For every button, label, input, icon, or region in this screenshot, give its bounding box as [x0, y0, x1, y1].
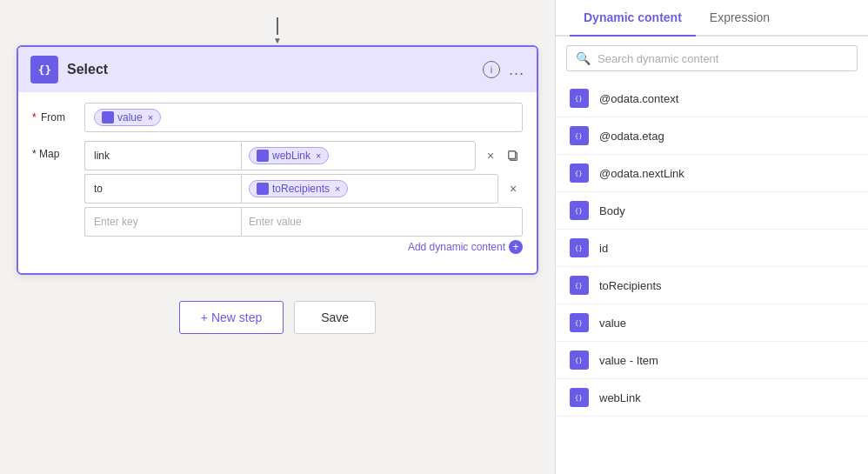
weblink-token-close[interactable]: ×: [316, 150, 321, 161]
svg-text:{}: {}: [575, 394, 583, 402]
svg-rect-2: [509, 151, 516, 159]
svg-text:{}: {}: [575, 244, 583, 252]
map-label-text: Map: [39, 148, 59, 160]
add-dynamic-content-label: Add dynamic content: [408, 241, 505, 253]
torecipients-token-label: toRecipients: [272, 183, 330, 195]
map-row-2: to toRecipients × ×: [84, 174, 523, 204]
svg-text:{}: {}: [575, 357, 583, 364]
map-table: link webLink × ×: [84, 141, 523, 254]
map-value-placeholder: Enter value: [249, 216, 302, 228]
map-row-1: link webLink × ×: [84, 141, 523, 170]
dynamic-item-icon: {}: [570, 201, 589, 220]
value-token-label: value: [117, 111, 143, 124]
torecipients-token-icon: [257, 183, 269, 195]
search-input[interactable]: [598, 52, 848, 65]
svg-text:{}: {}: [38, 63, 51, 77]
row-2-delete-button[interactable]: ×: [504, 179, 523, 198]
dynamic-item-icon: {}: [570, 164, 589, 183]
card-title: Select: [67, 62, 108, 77]
from-label: * From: [32, 111, 76, 124]
value-token-icon: [102, 111, 114, 124]
dynamic-item-icon: {}: [570, 388, 589, 407]
card-header: {} Select i ...: [18, 47, 537, 92]
dynamic-item-icon: {}: [570, 276, 589, 295]
dynamic-item-icon: {}: [570, 238, 589, 257]
weblink-token-icon: [257, 150, 269, 162]
tab-dynamic-content[interactable]: Dynamic content: [570, 0, 696, 37]
from-label-text: From: [41, 111, 65, 124]
map-row-2-actions: ×: [504, 179, 523, 198]
dynamic-item-label: id: [599, 242, 608, 255]
dynamic-item-label: @odata.context: [599, 92, 678, 105]
map-value-empty[interactable]: Enter value: [241, 207, 523, 237]
map-key-2[interactable]: to: [84, 174, 241, 204]
map-row-empty: Enter key Enter value: [84, 207, 523, 237]
dynamic-item-icon: {}: [570, 89, 589, 108]
dynamic-content-list: {}@odata.context{}@odata.etag{}@odata.ne…: [556, 80, 868, 474]
from-field-row: * From value ×: [32, 103, 523, 132]
map-required: *: [32, 148, 37, 160]
info-icon[interactable]: i: [483, 61, 500, 78]
value-token: value ×: [94, 109, 161, 126]
torecipients-token-close[interactable]: ×: [335, 184, 340, 194]
add-dynamic-icon: +: [509, 240, 523, 254]
dynamic-list-item[interactable]: {}toRecipients: [556, 267, 868, 304]
dynamic-list-item[interactable]: {}Body: [556, 192, 868, 230]
dynamic-item-label: webLink: [599, 391, 641, 404]
svg-text:{}: {}: [575, 207, 583, 215]
card-body: * From value × * Map: [18, 92, 537, 273]
weblink-token-label: webLink: [272, 150, 310, 162]
dynamic-list-item[interactable]: {}webLink: [556, 379, 868, 417]
select-card: {} Select i ... * From valu: [17, 45, 538, 275]
canvas-area: {} Select i ... * From valu: [0, 0, 555, 474]
add-dynamic-content-link[interactable]: Add dynamic content +: [84, 240, 523, 254]
search-box[interactable]: 🔍: [566, 45, 858, 71]
dynamic-list-item[interactable]: {}@odata.context: [556, 80, 868, 117]
dynamic-item-label: @odata.etag: [599, 130, 664, 143]
svg-text:{}: {}: [575, 282, 583, 290]
connector-arrow: [277, 17, 278, 35]
from-token-input[interactable]: value ×: [84, 103, 523, 132]
new-step-button[interactable]: + New step: [179, 301, 284, 334]
row-1-delete-button[interactable]: ×: [481, 146, 500, 165]
more-menu-button[interactable]: ...: [509, 61, 524, 79]
map-key-1[interactable]: link: [84, 141, 241, 170]
card-icon: {}: [30, 56, 58, 83]
dynamic-item-icon: {}: [570, 313, 589, 332]
action-buttons: + New step Save: [179, 301, 376, 334]
map-row-1-actions: ×: [481, 146, 523, 165]
dynamic-list-item[interactable]: {}@odata.nextLink: [556, 155, 868, 192]
dynamic-item-label: Body: [599, 204, 625, 217]
row-1-copy-button[interactable]: [504, 146, 523, 165]
dynamic-list-item[interactable]: {}value: [556, 304, 868, 342]
card-header-right: i ...: [483, 61, 524, 79]
dynamic-list-item[interactable]: {}@odata.etag: [556, 117, 868, 155]
dynamic-item-label: value - Item: [599, 354, 658, 367]
value-token-close[interactable]: ×: [148, 112, 153, 123]
dynamic-item-label: toRecipients: [599, 279, 662, 292]
map-key-placeholder: Enter key: [94, 216, 138, 228]
map-key-2-text: to: [94, 183, 103, 195]
map-value-1[interactable]: webLink ×: [241, 141, 476, 170]
card-header-left: {} Select: [30, 56, 108, 83]
dynamic-item-label: value: [599, 317, 626, 330]
weblink-token: webLink ×: [249, 147, 329, 164]
svg-text:{}: {}: [575, 170, 583, 177]
svg-text:{}: {}: [575, 132, 583, 140]
dynamic-item-label: @odata.nextLink: [599, 167, 684, 180]
save-button[interactable]: Save: [294, 301, 376, 334]
panel-tabs: Dynamic content Expression: [556, 0, 868, 37]
dynamic-list-item[interactable]: {}value - Item: [556, 342, 868, 379]
map-section: * Map link webLink ×: [32, 141, 523, 254]
svg-text:{}: {}: [575, 319, 583, 327]
dynamic-item-icon: {}: [570, 350, 589, 370]
from-required: *: [32, 111, 37, 124]
map-key-empty[interactable]: Enter key: [84, 207, 241, 237]
map-value-2[interactable]: toRecipients ×: [241, 174, 498, 204]
dynamic-item-icon: {}: [570, 126, 589, 145]
svg-text:{}: {}: [575, 95, 583, 103]
map-key-1-text: link: [94, 150, 110, 162]
dynamic-list-item[interactable]: {}id: [556, 230, 868, 267]
torecipients-token: toRecipients ×: [249, 180, 348, 197]
tab-expression[interactable]: Expression: [696, 0, 784, 37]
